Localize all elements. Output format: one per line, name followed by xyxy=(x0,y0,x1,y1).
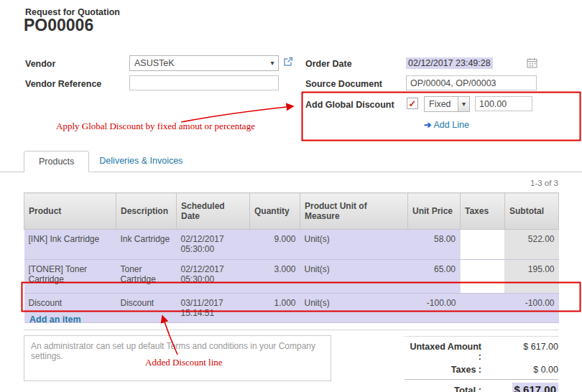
untaxed-amount-row: Untaxed Amount : $ 617.00 xyxy=(405,340,558,363)
order-lines-table: Product Description Scheduled Date Quant… xyxy=(24,192,559,323)
taxes-label: Taxes : xyxy=(405,365,481,375)
arrow-right-icon: ➔ xyxy=(424,120,431,130)
notebook-tabbar: Products Deliveries & Invoices xyxy=(0,151,582,172)
check-icon: ✓ xyxy=(409,98,417,109)
cell-description[interactable]: Ink Cartridge xyxy=(116,230,177,260)
vendor-value: ASUSTeK xyxy=(130,58,267,68)
global-discount-label: Add Global Discount xyxy=(305,100,394,110)
tab-products[interactable]: Products xyxy=(24,151,89,172)
annotation-arrow-global-discount xyxy=(181,106,293,122)
untaxed-amount-label: Untaxed Amount : xyxy=(405,342,481,362)
col-uom[interactable]: Product Unit of Measure xyxy=(300,193,408,230)
total-label: Total : xyxy=(405,385,481,392)
external-link-icon[interactable] xyxy=(283,57,293,70)
col-scheduled-date[interactable]: Scheduled Date xyxy=(177,193,250,230)
total-row: Total : $ 617.00 xyxy=(405,379,558,392)
vendor-select[interactable]: ASUSTeK ▾ xyxy=(129,55,279,71)
table-row: [TONER] Toner Cartridge Toner Cartridge … xyxy=(24,260,559,294)
untaxed-amount-value: $ 617.00 xyxy=(481,342,558,352)
source-document-label: Source Document xyxy=(305,79,382,89)
order-date-label: Order Date xyxy=(305,59,352,69)
cell-taxes[interactable] xyxy=(461,230,505,260)
col-unit-price[interactable]: Unit Price xyxy=(408,193,461,230)
cell-subtotal[interactable]: 195.00 xyxy=(505,260,559,294)
cell-scheduled-date[interactable]: 02/12/2017 05:30:00 xyxy=(177,230,250,260)
table-row: [INK] Ink Cartridge Ink Cartridge 02/12/… xyxy=(24,230,559,260)
annotation-global-discount-note: Apply Global Discount by fixed amout or … xyxy=(56,121,255,132)
add-an-item-link[interactable]: Add an item xyxy=(24,310,558,330)
order-date-value[interactable]: 02/12/2017 23:49:28 xyxy=(406,57,493,69)
page-title: PO00006 xyxy=(24,16,93,35)
tab-deliveries-invoices[interactable]: Deliveries & Invoices xyxy=(89,151,193,172)
annotation-discount-line-note: Added Discount line xyxy=(145,357,223,368)
chevron-down-icon[interactable]: ▾ xyxy=(458,97,469,111)
totals-panel: Untaxed Amount : $ 617.00 Taxes : $ 0.00… xyxy=(405,336,558,392)
cell-quantity[interactable]: 3.000 xyxy=(250,260,300,294)
cell-taxes[interactable] xyxy=(461,260,505,294)
cell-quantity[interactable]: 9.000 xyxy=(250,230,300,260)
global-discount-checkbox[interactable]: ✓ xyxy=(407,98,418,109)
col-product[interactable]: Product xyxy=(24,193,116,230)
col-taxes[interactable]: Taxes xyxy=(461,193,505,230)
col-description[interactable]: Description xyxy=(116,193,177,230)
vendor-label: Vendor xyxy=(25,59,55,69)
col-subtotal[interactable]: Subtotal xyxy=(505,193,559,230)
chevron-down-icon[interactable]: ▾ xyxy=(267,56,278,70)
cell-unit-price[interactable]: 58.00 xyxy=(408,230,461,260)
pager[interactable]: 1-3 of 3 xyxy=(530,179,558,187)
cell-scheduled-date[interactable]: 02/12/2017 05:30:00 xyxy=(177,260,250,294)
add-line-link[interactable]: ➔Add Line xyxy=(424,119,469,130)
cell-unit-price[interactable]: 65.00 xyxy=(408,260,461,294)
add-line-label: Add Line xyxy=(433,120,468,130)
taxes-value: $ 0.00 xyxy=(481,365,558,375)
source-document-input[interactable] xyxy=(406,75,537,90)
table-header-row: Product Description Scheduled Date Quant… xyxy=(24,193,559,230)
cell-product[interactable]: [TONER] Toner Cartridge xyxy=(24,260,116,294)
col-quantity[interactable]: Quantity xyxy=(250,193,300,230)
rfq-form: Request for Quotation PO00006 Vendor ASU… xyxy=(0,0,582,392)
vendor-reference-input[interactable] xyxy=(129,75,279,90)
discount-type-value: Fixed xyxy=(425,99,458,109)
cell-uom[interactable]: Unit(s) xyxy=(300,230,408,260)
cell-uom[interactable]: Unit(s) xyxy=(300,260,408,294)
discount-amount-input[interactable] xyxy=(475,96,532,111)
cell-subtotal[interactable]: 522.00 xyxy=(505,230,559,260)
discount-type-select[interactable]: Fixed ▾ xyxy=(424,96,470,112)
cell-product[interactable]: [INK] Ink Cartridge xyxy=(24,230,116,260)
vendor-reference-label: Vendor Reference xyxy=(25,79,101,89)
calendar-icon[interactable] xyxy=(527,57,537,71)
total-value: $ 617.00 xyxy=(481,383,558,392)
cell-description[interactable]: Toner Cartridge xyxy=(116,260,177,294)
taxes-row: Taxes : $ 0.00 xyxy=(405,363,558,376)
